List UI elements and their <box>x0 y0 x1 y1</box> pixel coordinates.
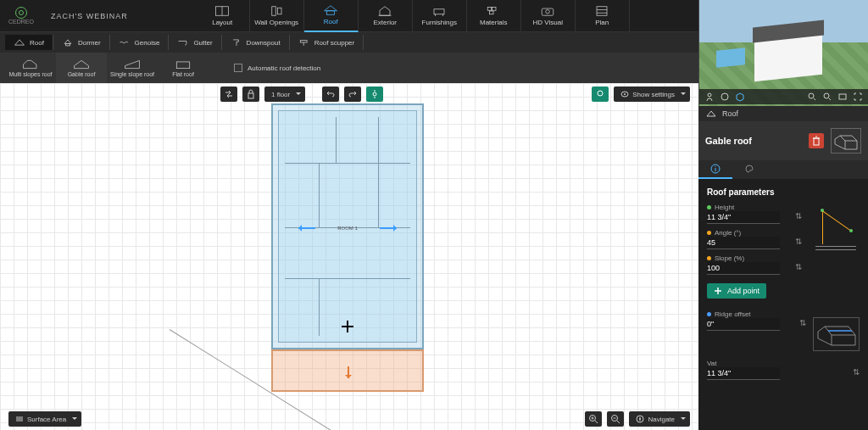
person-icon[interactable] <box>704 92 715 102</box>
show-settings-select[interactable]: Show settings <box>614 87 690 102</box>
preview-3d[interactable] <box>698 0 868 106</box>
subnav-genoise[interactable]: Genoise <box>110 35 170 50</box>
plus-icon <box>714 287 722 295</box>
zoom-out-button[interactable] <box>607 411 624 427</box>
main-area: ROOM 1 1 floor <box>0 83 868 430</box>
zoom-out-preview-icon[interactable] <box>822 92 832 102</box>
exterior-icon <box>377 5 392 17</box>
svg-marker-53 <box>737 93 743 101</box>
tab-style[interactable] <box>732 160 766 179</box>
brand-logo: CEDREO <box>0 0 42 32</box>
nav-materials[interactable]: Materials <box>467 0 521 32</box>
zoom-in-button[interactable] <box>585 411 602 427</box>
svg-marker-72 <box>818 327 855 345</box>
expand-preview-icon[interactable] <box>853 92 863 102</box>
height-input[interactable]: 11 3/4" <box>707 211 780 224</box>
nav-hd-visual[interactable]: HD Visual <box>521 0 576 32</box>
dot-green-icon <box>707 205 711 209</box>
info-icon <box>710 164 721 174</box>
vat-input[interactable]: 11 3/4" <box>707 367 780 380</box>
auto-detect-row[interactable]: Automatic roof detection <box>234 64 320 72</box>
panel-tabs <box>698 160 868 179</box>
param-vat: Vat 11 3/4" <box>707 360 860 380</box>
arrow-left-icon[interactable] <box>298 227 315 229</box>
orbit-icon[interactable] <box>720 92 730 102</box>
surface-area-button[interactable]: Surface Area <box>8 411 81 427</box>
cube-icon[interactable] <box>735 92 745 102</box>
floor-select[interactable]: 1 floor <box>264 87 305 102</box>
svg-marker-63 <box>835 136 857 149</box>
roof-extension[interactable] <box>271 349 424 392</box>
tool-gable[interactable]: Gable roof <box>56 53 107 83</box>
nav-layout[interactable]: Layout <box>196 0 250 32</box>
tool-single-slope[interactable]: Single slope roof <box>107 53 158 83</box>
nav-exterior[interactable]: Exterior <box>359 0 413 32</box>
tool-multislope[interactable]: Multi slopes roof <box>5 53 56 83</box>
zoom-in-preview-icon[interactable] <box>807 92 817 102</box>
panel-breadcrumb: Roof <box>698 106 868 121</box>
svg-rect-16 <box>597 7 607 16</box>
scupper-icon <box>298 37 310 47</box>
magic-button[interactable] <box>366 87 383 102</box>
top-nav: Layout Wall Openings Roof Exterior Furni… <box>196 0 630 32</box>
svg-marker-23 <box>15 40 25 45</box>
floor-plan[interactable]: ROOM 1 <box>271 103 424 349</box>
subnav-scupper[interactable]: Roof scupper <box>290 35 364 50</box>
compass-icon <box>636 415 644 423</box>
svg-marker-6 <box>380 7 390 16</box>
singleslope-icon <box>124 59 141 70</box>
arrow-down-icon[interactable] <box>348 366 349 378</box>
nav-wall-openings[interactable]: Wall Openings <box>250 0 304 32</box>
navigate-button[interactable]: Navigate <box>629 411 690 427</box>
svg-rect-8 <box>434 9 444 14</box>
angle-input[interactable]: 45 <box>707 237 780 249</box>
add-point-button[interactable]: Add point <box>707 283 766 299</box>
furniture-icon <box>431 5 447 17</box>
nav-roof[interactable]: Roof <box>304 0 359 32</box>
trash-icon <box>812 136 821 146</box>
ridge-input[interactable]: 0" <box>707 318 780 331</box>
undo-button[interactable] <box>322 87 339 102</box>
subnav-gutter[interactable]: Gutter <box>169 35 221 50</box>
slope-input[interactable]: 100 <box>707 262 780 275</box>
genoise-icon <box>119 37 131 47</box>
svg-marker-4 <box>325 6 337 11</box>
canvas[interactable]: ROOM 1 1 floor <box>0 83 698 430</box>
arrow-right-icon[interactable] <box>380 227 397 229</box>
tool-flat[interactable]: Flat roof <box>158 53 209 83</box>
layout-icon <box>214 5 230 17</box>
subnav-roof[interactable]: Roof <box>5 35 53 50</box>
door-icon <box>269 5 284 17</box>
slope-diagram <box>809 204 860 280</box>
param-slope: Slope (%) 100 <box>707 254 802 275</box>
param-ridge: Ridge offset 0" <box>707 310 806 331</box>
view-button[interactable] <box>592 87 609 102</box>
delete-button[interactable] <box>809 133 824 148</box>
redo-button[interactable] <box>344 87 361 102</box>
svg-point-56 <box>824 93 829 98</box>
panel-title-row: Gable roof <box>698 121 868 160</box>
tab-info[interactable] <box>698 160 732 179</box>
move-gizmo-icon[interactable] <box>342 321 353 332</box>
camera-icon <box>540 5 555 17</box>
subnav-dormer[interactable]: Dormer <box>53 35 110 50</box>
svg-rect-25 <box>66 44 70 46</box>
nav-furnishings[interactable]: Furnishings <box>413 0 467 32</box>
swap-button[interactable] <box>220 87 237 102</box>
camera-preview-icon[interactable] <box>837 92 848 102</box>
svg-rect-5 <box>327 11 335 15</box>
zoom-out-icon <box>610 414 620 424</box>
svg-point-36 <box>598 91 603 96</box>
nav-plan[interactable]: Plan <box>576 0 630 32</box>
section-title: Roof parameters <box>707 187 860 197</box>
room-label: ROOM 1 <box>337 226 358 231</box>
svg-point-52 <box>721 93 728 100</box>
checkbox-icon[interactable] <box>234 64 242 72</box>
canvas-bottom-right: Navigate <box>585 411 690 427</box>
subnav-downspout[interactable]: Downspout <box>222 35 290 50</box>
right-panel: Roof Gable roof Roof parameters <box>698 83 868 430</box>
lock-button[interactable] <box>242 87 259 102</box>
svg-point-15 <box>546 10 550 14</box>
roof-mini-icon <box>14 37 25 47</box>
ridge-diagram <box>813 317 860 351</box>
